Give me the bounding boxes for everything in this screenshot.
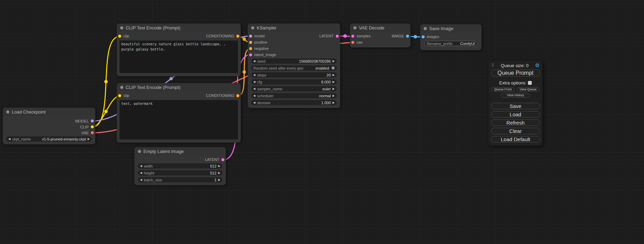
node-graph-canvas[interactable]: { "colors": { "model": "#B39DDB", "clip"… — [0, 0, 644, 244]
positive-prompt-textarea[interactable]: beautiful scenery nature glass bottle la… — [120, 40, 238, 73]
node-title-bar[interactable]: Load Checkpoint — [3, 108, 95, 116]
input-slot-positive[interactable]: positive — [249, 40, 267, 44]
input-slot-model[interactable]: model — [249, 34, 265, 38]
increment-arrow-icon[interactable]: ▶ — [218, 179, 220, 181]
node-load-checkpoint[interactable]: Load Checkpoint MODEL CLIP VAE ◀ ckpt_na… — [3, 108, 95, 144]
widget-filename-prefix[interactable]: filename_prefix ComfyUI — [424, 41, 477, 46]
node-title-bar[interactable]: VAE Decode — [350, 24, 411, 32]
widget-seed[interactable]: ◀ seed 156680208700286 ▶ — [251, 58, 337, 64]
save-button[interactable]: Save — [491, 103, 540, 109]
decrement-arrow-icon[interactable]: ◀ — [140, 179, 142, 181]
widget-height[interactable]: ◀ height 512 ▶ — [138, 170, 222, 175]
decrement-arrow-icon[interactable]: ◀ — [253, 88, 255, 90]
view-history-button[interactable]: View History — [501, 93, 530, 98]
input-slot-latent-image[interactable]: latent_image — [249, 53, 276, 57]
widget-scheduler[interactable]: ◀ scheduler normal ▶ — [251, 93, 337, 98]
drag-handle-icon[interactable]: ⠿ — [491, 63, 494, 68]
output-slot-conditioning[interactable]: CONDITIONING — [206, 93, 239, 98]
load-button[interactable]: Load — [491, 111, 540, 118]
node-empty-latent-image[interactable]: Empty Latent Image LATENT ◀ width 512 ▶ … — [134, 147, 226, 185]
increment-arrow-icon[interactable]: ▶ — [333, 60, 335, 63]
widget-width[interactable]: ◀ width 512 ▶ — [138, 163, 222, 169]
clip-port-icon[interactable] — [118, 35, 121, 38]
conditioning-port-icon[interactable] — [236, 94, 239, 97]
widget-denoise[interactable]: ◀ denoise 1.000 ▶ — [251, 100, 337, 105]
node-ksampler[interactable]: KSampler model LATENT positive negative — [248, 24, 340, 108]
node-vae-decode[interactable]: VAE Decode samples IMAGE vae — [350, 24, 411, 47]
increment-arrow-icon[interactable]: ▶ — [88, 138, 90, 141]
increment-arrow-icon[interactable]: ▶ — [333, 81, 335, 83]
input-slot-negative[interactable]: negative — [249, 46, 269, 51]
conditioning-port-icon[interactable] — [249, 41, 252, 44]
widget-random-seed-toggle[interactable]: Random seed after every gen enabled — [251, 65, 337, 71]
decrement-arrow-icon[interactable]: ◀ — [253, 74, 255, 76]
widget-cfg[interactable]: ◀ cfg 8.000 ▶ — [251, 79, 337, 84]
extra-options-checkbox[interactable] — [528, 81, 532, 85]
node-clip-text-encode-negative[interactable]: CLIP Text Encode (Prompt) clip CONDITION… — [117, 83, 241, 143]
model-port-icon[interactable] — [91, 119, 94, 123]
image-port-icon[interactable] — [406, 35, 409, 38]
output-slot-image[interactable]: IMAGE — [392, 34, 409, 38]
input-slot-vae[interactable]: vae — [351, 40, 363, 44]
widget-ckpt-name[interactable]: ◀ ckpt_name v1-5-pruned-emaonly.ckpt ▶ — [6, 136, 92, 142]
output-slot-latent[interactable]: LATENT — [205, 157, 224, 162]
node-title-bar[interactable]: KSampler — [248, 24, 340, 32]
clip-port-icon[interactable] — [91, 125, 94, 128]
latent-port-icon[interactable] — [336, 35, 339, 38]
decrement-arrow-icon[interactable]: ◀ — [253, 94, 255, 97]
image-port-icon[interactable] — [422, 35, 425, 38]
vae-port-icon[interactable] — [351, 41, 354, 44]
conditioning-port-icon[interactable] — [249, 47, 252, 50]
increment-arrow-icon[interactable]: ▶ — [333, 74, 335, 76]
increment-arrow-icon[interactable]: ▶ — [333, 94, 335, 97]
conditioning-port-icon[interactable] — [236, 35, 239, 38]
load-default-button[interactable]: Load Default — [491, 136, 540, 143]
input-slot-images[interactable]: images — [422, 35, 439, 39]
output-slot-vae[interactable]: VAE — [81, 131, 94, 135]
output-slot-conditioning[interactable]: CONDITIONING — [206, 34, 239, 38]
input-slot-clip[interactable]: clip — [118, 34, 129, 38]
node-title-bar[interactable]: Empty Latent Image — [134, 147, 226, 155]
output-slot-model[interactable]: MODEL — [75, 119, 94, 123]
spacer — [491, 99, 540, 103]
negative-prompt-textarea[interactable]: text, watermark — [120, 100, 238, 139]
refresh-button[interactable]: Refresh — [491, 119, 540, 126]
input-slot-clip[interactable]: clip — [118, 93, 129, 98]
node-title-bar[interactable]: CLIP Text Encode (Prompt) — [117, 83, 241, 91]
model-port-icon[interactable] — [249, 35, 252, 38]
decrement-arrow-icon[interactable]: ◀ — [140, 172, 142, 174]
widget-sampler-name[interactable]: ◀ sampler_name euler ▶ — [251, 86, 337, 91]
view-queue-button[interactable]: View Queue — [517, 87, 540, 92]
settings-gear-icon[interactable]: ⚙ — [535, 62, 540, 69]
node-status-dot-icon — [353, 26, 356, 29]
decrement-arrow-icon[interactable]: ◀ — [253, 81, 255, 83]
queue-front-button[interactable]: Queue Front — [491, 87, 515, 92]
increment-arrow-icon[interactable]: ▶ — [218, 165, 220, 168]
vae-port-icon[interactable] — [91, 131, 94, 134]
toggle-on-icon[interactable] — [332, 66, 335, 70]
widget-batch-size[interactable]: ◀ batch_size 1 ▶ — [138, 177, 222, 182]
latent-port-icon[interactable] — [221, 158, 224, 161]
node-save-image[interactable]: Save Image images filename_prefix ComfyU… — [420, 24, 482, 50]
input-slot-samples[interactable]: samples — [351, 34, 371, 38]
latent-port-icon[interactable] — [249, 53, 252, 56]
increment-arrow-icon[interactable]: ▶ — [333, 101, 335, 104]
latent-port-icon[interactable] — [351, 35, 354, 38]
output-slot-clip[interactable]: CLIP — [80, 125, 94, 129]
increment-arrow-icon[interactable]: ▶ — [218, 172, 220, 174]
node-title-bar[interactable]: Save Image — [420, 24, 482, 33]
widget-steps[interactable]: ◀ steps 20 ▶ — [251, 72, 337, 78]
widget-label: seed — [257, 59, 265, 63]
decrement-arrow-icon[interactable]: ◀ — [253, 60, 255, 63]
output-slot-latent[interactable]: LATENT — [319, 34, 339, 38]
node-clip-text-encode-positive[interactable]: CLIP Text Encode (Prompt) clip CONDITION… — [117, 24, 241, 76]
decrement-arrow-icon[interactable]: ◀ — [8, 138, 10, 141]
clear-button[interactable]: Clear — [491, 128, 540, 134]
decrement-arrow-icon[interactable]: ◀ — [253, 101, 255, 104]
clip-port-icon[interactable] — [118, 94, 121, 97]
node-title-bar[interactable]: CLIP Text Encode (Prompt) — [117, 24, 241, 32]
queue-prompt-button[interactable]: Queue Prompt — [491, 70, 540, 76]
widget-value: 20 — [327, 73, 331, 77]
decrement-arrow-icon[interactable]: ◀ — [140, 165, 142, 168]
increment-arrow-icon[interactable]: ▶ — [333, 88, 335, 90]
